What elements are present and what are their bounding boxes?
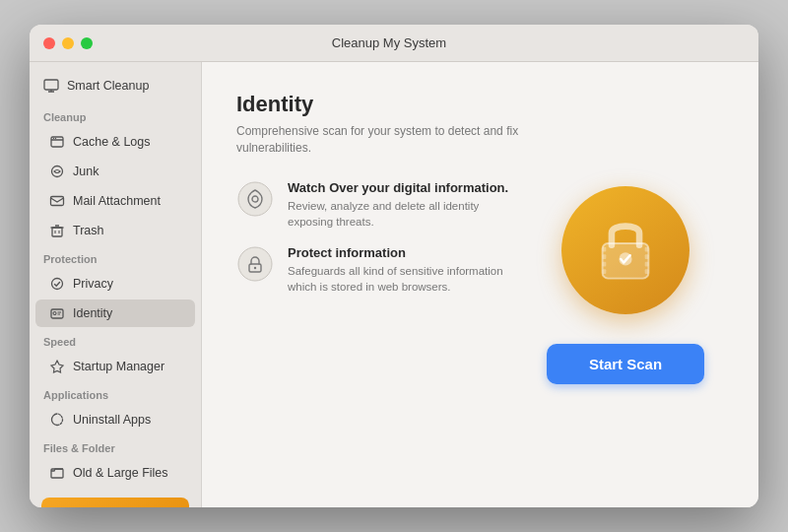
svg-point-7: [52, 166, 63, 177]
trash-icon: [49, 223, 65, 238]
svg-rect-31: [645, 247, 649, 252]
page-subtitle: Comprehensive scan for your system to de…: [236, 123, 527, 157]
svg-rect-8: [51, 197, 64, 206]
section-label-protection: Protection: [30, 245, 201, 269]
feature-desc-watch-over: Review, analyze and delete all identity …: [288, 198, 524, 230]
section-label-cleanup: Cleanup: [30, 103, 201, 127]
start-scan-button[interactable]: Start Scan: [547, 344, 704, 384]
window-title: Cleanup My System: [33, 35, 745, 50]
content-left: Identity Comprehensive scan for your sys…: [236, 92, 527, 478]
section-label-files: Files & Folder: [30, 434, 201, 458]
feature-title-protect-info: Protect information: [288, 245, 524, 260]
svg-point-16: [53, 312, 56, 315]
sidebar-item-smart-cleanup[interactable]: Smart Cleanup: [30, 72, 201, 100]
feature-text-protect-info: Protect information Safeguards all kind …: [288, 245, 524, 295]
main-layout: Smart Cleanup Cleanup Cache & Logs: [30, 62, 758, 507]
mail-attachment-label: Mail Attachment: [73, 194, 161, 208]
feature-item-watch-over: Watch Over your digital information. Rev…: [236, 180, 527, 230]
sidebar-item-trash[interactable]: Trash: [35, 217, 195, 244]
watch-over-icon: [236, 180, 274, 218]
svg-rect-3: [51, 137, 63, 147]
svg-rect-32: [645, 254, 649, 259]
uninstall-apps-label: Uninstall Apps: [73, 413, 151, 427]
svg-rect-28: [603, 254, 607, 259]
sidebar-item-cache-logs[interactable]: Cache & Logs: [35, 128, 195, 156]
privacy-icon: [49, 276, 65, 292]
sidebar-item-startup-manager[interactable]: Startup Manager: [35, 353, 195, 380]
feature-item-protect-info: Protect information Safeguards all kind …: [236, 245, 527, 295]
feature-desc-protect-info: Safeguards all kind of sensitive informa…: [288, 263, 524, 295]
junk-icon: [49, 164, 65, 179]
unlock-full-version-button[interactable]: Unlock Full Version: [41, 498, 189, 507]
svg-rect-0: [44, 80, 58, 90]
identity-label: Identity: [73, 306, 112, 320]
app-window: Cleanup My System Smart Cleanup Cleanup: [30, 25, 758, 507]
startup-manager-label: Startup Manager: [73, 360, 164, 373]
svg-rect-29: [603, 262, 607, 267]
feature-list: Watch Over your digital information. Rev…: [236, 180, 527, 295]
svg-rect-9: [52, 228, 62, 236]
lock-svg: [591, 213, 660, 287]
smart-cleanup-label: Smart Cleanup: [67, 79, 149, 93]
sidebar-item-identity[interactable]: Identity: [35, 299, 195, 327]
sidebar-item-privacy[interactable]: Privacy: [35, 270, 195, 298]
lock-icon-container: [561, 186, 690, 314]
startup-icon: [49, 359, 65, 374]
sidebar-item-mail-attachment[interactable]: Mail Attachment: [35, 187, 195, 215]
cache-icon: [49, 134, 65, 150]
page-title: Identity: [236, 92, 527, 117]
svg-rect-30: [603, 269, 607, 274]
svg-point-6: [55, 138, 56, 139]
content-inner: Identity Comprehensive scan for your sys…: [236, 92, 724, 478]
protect-info-icon: [236, 245, 274, 283]
svg-point-14: [52, 279, 63, 290]
monitor-icon: [43, 78, 59, 94]
feature-title-watch-over: Watch Over your digital information.: [288, 180, 524, 195]
apps-icon: [49, 412, 65, 428]
svg-rect-33: [645, 262, 649, 267]
identity-icon: [49, 305, 65, 321]
privacy-label: Privacy: [73, 277, 113, 291]
section-label-applications: Applications: [30, 381, 201, 405]
svg-rect-34: [645, 269, 649, 274]
mail-icon: [49, 193, 65, 209]
files-icon: [49, 465, 65, 481]
sidebar-item-junk[interactable]: Junk: [35, 158, 195, 185]
svg-point-20: [238, 182, 272, 216]
junk-label: Junk: [73, 165, 98, 178]
trash-label: Trash: [73, 224, 104, 237]
content-area: Identity Comprehensive scan for your sys…: [202, 62, 758, 507]
section-label-speed: Speed: [30, 328, 201, 352]
feature-text-watch-over: Watch Over your digital information. Rev…: [288, 180, 524, 230]
old-large-files-label: Old & Large Files: [73, 466, 168, 480]
right-panel: Start Scan: [527, 92, 724, 478]
svg-rect-27: [603, 247, 607, 252]
sidebar: Smart Cleanup Cleanup Cache & Logs: [30, 62, 202, 507]
svg-point-5: [53, 138, 54, 139]
svg-point-24: [254, 267, 256, 269]
cache-logs-label: Cache & Logs: [73, 135, 151, 149]
sidebar-item-uninstall-apps[interactable]: Uninstall Apps: [35, 406, 195, 433]
titlebar: Cleanup My System: [30, 25, 758, 62]
sidebar-item-old-large-files[interactable]: Old & Large Files: [35, 459, 195, 487]
